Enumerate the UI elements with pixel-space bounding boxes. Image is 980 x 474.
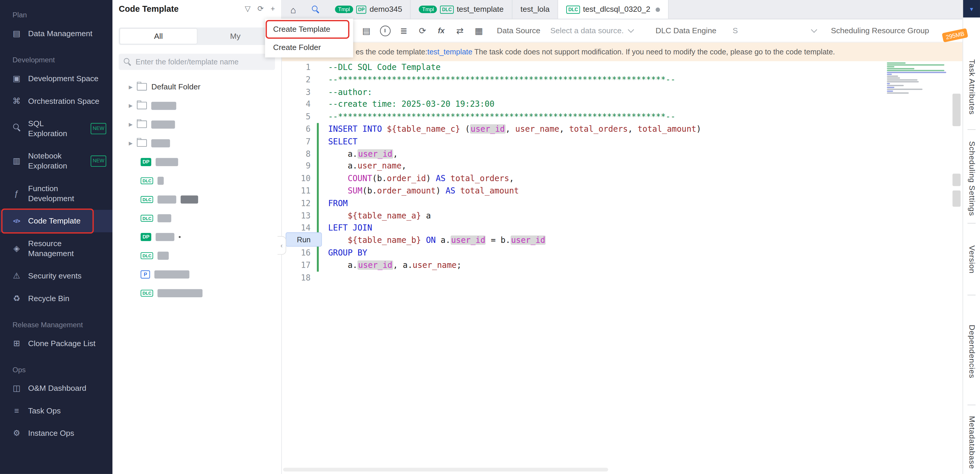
sort-icon[interactable]: ≣ xyxy=(395,25,413,36)
tree-template[interactable]: DLC xyxy=(113,284,281,302)
tree-folder[interactable]: ▶ xyxy=(113,96,281,115)
scheduling-label: Scheduling Resource Group xyxy=(831,26,929,35)
tab-all[interactable]: All xyxy=(120,29,197,44)
add-icon[interactable]: + xyxy=(271,5,275,13)
menu-item-label: Create Template xyxy=(273,25,330,33)
code-line: ${table_name_b} ON a.user_id = b.user_id xyxy=(328,235,881,247)
sidebar-item-label: Instance Ops xyxy=(28,428,74,438)
panel-search xyxy=(119,54,275,70)
table-icon[interactable]: ▦ xyxy=(469,25,488,36)
new-badge: NEW xyxy=(91,123,106,134)
sidebar-item-development-space[interactable]: ▣Development Space xyxy=(0,67,113,90)
sidebar-section-label: Release Management xyxy=(12,321,113,328)
data-source-select[interactable]: Select a data source. xyxy=(550,26,633,35)
editor-tab-demo345[interactable]: TmplDPdemo345 xyxy=(327,0,411,19)
line-number: 5 xyxy=(282,111,313,123)
caret-icon[interactable]: ▶ xyxy=(129,121,132,127)
clone-package-list-icon: ⊞ xyxy=(11,338,22,349)
engine-select[interactable]: S xyxy=(732,26,816,35)
sidebar-item-notebook-exploration[interactable]: ▥Notebook ExplorationNEW xyxy=(0,145,113,177)
notebook-exploration-icon: ▥ xyxy=(11,156,22,166)
global-search-icon[interactable] xyxy=(304,0,327,19)
editor-tabs: TmplDPdemo345TmplDLCtest_templatetest_lo… xyxy=(327,0,669,19)
run-button[interactable]: Run xyxy=(286,232,322,247)
sidebar-item-recycle-bin[interactable]: ♻Recycle Bin xyxy=(0,287,113,310)
sidebar-item-task-ops[interactable]: ≡Task Ops xyxy=(0,399,113,422)
notice-template-link[interactable]: test_template xyxy=(427,48,473,56)
sidebar-item-label: Code Template xyxy=(28,216,81,226)
tree-template[interactable]: DLC xyxy=(113,171,281,190)
redacted-text xyxy=(158,176,164,185)
code-content[interactable]: --DLC SQL Code Template--***************… xyxy=(328,61,881,284)
sidebar-item-label: SQL Exploration xyxy=(28,119,78,139)
sidebar-item-function-development[interactable]: ƒFunction Development xyxy=(0,177,113,210)
panel-collapse-handle[interactable]: ‹ xyxy=(277,236,286,255)
menu-item-create-template[interactable]: Create Template xyxy=(265,20,353,38)
right-tab-dependencies[interactable]: Dependencies xyxy=(967,325,976,378)
right-panel-strip: ▾ Task AttributesScheduling SettingsVers… xyxy=(963,0,980,474)
search-icon xyxy=(124,58,130,66)
tree-template[interactable]: DLC xyxy=(113,246,281,265)
sidebar-item-instance-ops[interactable]: ⚙Instance Ops xyxy=(0,422,113,445)
editor-tab-test_dlcsql_0320_2[interactable]: DLCtest_dlcsql_0320_2 xyxy=(558,0,668,19)
right-tab-task-attributes[interactable]: Task Attributes xyxy=(967,59,976,115)
code-line: SELECT xyxy=(328,135,881,147)
sidebar-item-data-management[interactable]: ▤Data Management xyxy=(0,22,113,45)
engine-badge: DLC xyxy=(440,5,453,14)
sidebar-section-label: Development xyxy=(12,56,113,63)
tab-label: test_dlcsql_0320_2 xyxy=(583,5,651,14)
collapse-corner-button[interactable]: ▾ xyxy=(963,0,980,17)
caret-icon[interactable]: ▶ xyxy=(129,84,132,90)
home-icon[interactable]: ⌂ xyxy=(282,0,304,19)
notice-bar: es the code template:test_template The t… xyxy=(282,42,963,61)
function-icon[interactable]: fx xyxy=(432,25,450,36)
menu-item-create-folder[interactable]: Create Folder xyxy=(265,38,353,57)
redacted-text xyxy=(181,195,198,203)
refresh-icon[interactable]: ⟳ xyxy=(258,5,264,13)
editor-tabstrip: ⌂ TmplDPdemo345TmplDLCtest_templatetest_… xyxy=(282,0,963,19)
tab-label: demo345 xyxy=(370,5,402,14)
right-tab-version[interactable]: Version xyxy=(967,246,976,274)
sidebar-item-orchestration-space[interactable]: ⌘Orchestration Space xyxy=(0,90,113,113)
pause-icon[interactable]: ‖ xyxy=(375,25,395,36)
tree-template[interactable]: DP xyxy=(113,152,281,171)
line-number: 7 xyxy=(282,135,313,147)
right-tab-scheduling-settings[interactable]: Scheduling Settings xyxy=(967,141,976,216)
sidebar-item-resource-management[interactable]: ◈Resource Management xyxy=(0,232,113,265)
table-switch-icon[interactable]: ⇄ xyxy=(450,25,469,36)
refresh-icon[interactable]: ⟳ xyxy=(413,25,432,36)
horizontal-scrollbar[interactable] xyxy=(283,468,608,472)
sidebar-item-security-events[interactable]: ⚠Security events xyxy=(0,265,113,287)
editor-tab-test_template[interactable]: TmplDLCtest_template xyxy=(411,0,512,19)
redacted-text xyxy=(154,270,189,279)
tree-folder[interactable]: ▶ xyxy=(113,115,281,134)
code-line xyxy=(328,271,881,284)
minimap[interactable] xyxy=(887,62,950,96)
sidebar-item-label: Recycle Bin xyxy=(28,293,70,303)
editor-tab-test_lola[interactable]: test_lola xyxy=(512,0,558,19)
code-line: GROUP BY xyxy=(328,247,881,259)
panel-header-icons: ▽⟳+ xyxy=(245,5,275,13)
tree-template[interactable]: DP xyxy=(113,227,281,246)
tree-template[interactable]: P xyxy=(113,265,281,284)
filter-icon[interactable]: ▽ xyxy=(245,5,251,13)
sidebar-item-clone-package-list[interactable]: ⊞Clone Package List xyxy=(0,332,113,355)
search-input[interactable] xyxy=(134,57,270,67)
tree-folder[interactable]: ▶ xyxy=(113,133,281,152)
overview-ruler-mark xyxy=(953,173,961,186)
sidebar-item-sql-exploration[interactable]: SQL ExplorationNEW xyxy=(0,113,113,145)
tree-template[interactable]: DLC xyxy=(113,208,281,227)
caret-icon[interactable]: ▶ xyxy=(129,103,132,108)
caret-icon[interactable]: ▶ xyxy=(129,140,132,146)
right-tab-metadatabase[interactable]: Metadatabase xyxy=(967,416,976,469)
sidebar-item-om-dashboard[interactable]: ◫O&M Dashboard xyxy=(0,377,113,399)
code-editor[interactable]: 123456789101112131415161718 --DLC SQL Co… xyxy=(282,60,963,474)
tree-template[interactable]: DLC xyxy=(113,190,281,209)
save-icon[interactable]: ▤ xyxy=(357,25,376,36)
engine-badge: DLC xyxy=(141,252,153,259)
sidebar-item-label: Security events xyxy=(28,271,82,281)
tmpl-pill: Tmpl xyxy=(419,6,437,13)
tree-folder[interactable]: ▶Default Folder xyxy=(113,77,281,96)
tab-my[interactable]: My xyxy=(197,29,274,44)
sidebar-item-code-template[interactable]: </>Code Template xyxy=(0,210,113,232)
